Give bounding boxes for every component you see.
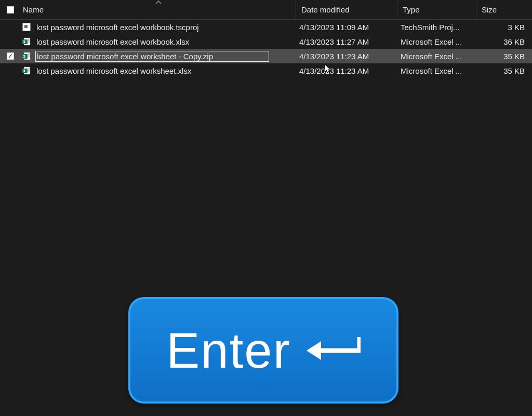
file-size-cell: 35 KB	[474, 49, 532, 63]
file-row[interactable]: ✓lost password microsoft excel worksheet…	[0, 49, 532, 63]
file-name-cell[interactable]: lost password microsoft excel worksheet …	[32, 49, 294, 63]
file-name-cell[interactable]: lost password microsoft excel workbook.x…	[32, 34, 294, 49]
svg-rect-1	[22, 39, 28, 44]
svg-rect-13	[22, 69, 28, 73]
enter-key-overlay: Enter	[128, 297, 398, 404]
row-checkbox[interactable]: ✓	[7, 52, 14, 60]
file-size-cell: 36 KB	[474, 34, 532, 49]
column-header-row: Name Date modified Type Size	[0, 0, 532, 20]
enter-key-label: Enter	[166, 322, 290, 379]
column-header-date[interactable]: Date modified	[296, 0, 397, 19]
file-list: Name Date modified Type Size lost passwo…	[0, 0, 532, 78]
column-header-date-label: Date modified	[301, 5, 350, 14]
svg-rect-7	[22, 54, 28, 59]
file-date-cell: 4/13/2023 11:23 AM	[294, 63, 395, 78]
file-date-cell: 4/13/2023 11:27 AM	[294, 34, 395, 49]
file-row[interactable]: lost password microsoft excel worksheet.…	[0, 63, 532, 78]
file-name-text: lost password microsoft excel workbook.x…	[35, 37, 190, 46]
row-checkbox-cell[interactable]	[0, 34, 21, 49]
file-type-cell: TechSmith Proj...	[395, 20, 474, 34]
file-size-cell: 3 KB	[474, 20, 532, 34]
file-name-text: lost password microsoft excel worksheet.…	[35, 66, 192, 75]
file-type-cell: Microsoft Excel ...	[395, 63, 474, 78]
row-checkbox-cell[interactable]	[0, 20, 21, 34]
select-all-checkbox[interactable]	[7, 6, 14, 14]
tscproj-file-icon	[21, 23, 32, 31]
file-row[interactable]: lost password microsoft excel workbook.t…	[0, 20, 532, 34]
sort-chevron-up-icon	[155, 0, 162, 6]
file-name-text: lost password microsoft excel workbook.t…	[35, 23, 200, 32]
file-date-cell: 4/13/2023 11:09 AM	[294, 20, 395, 34]
column-header-size[interactable]: Size	[476, 0, 532, 19]
row-checkbox-cell[interactable]: ✓	[0, 49, 21, 63]
file-row[interactable]: lost password microsoft excel workbook.x…	[0, 34, 532, 49]
cursor-icon	[324, 64, 331, 76]
excel-file-icon	[21, 37, 32, 46]
column-header-name-label: Name	[23, 5, 44, 14]
enter-arrow-icon	[303, 335, 361, 366]
excel-file-icon	[21, 66, 32, 75]
column-header-name[interactable]: Name	[21, 0, 296, 19]
file-name-text[interactable]: lost password microsoft excel worksheet …	[35, 51, 269, 62]
column-header-checkbox-cell[interactable]	[0, 0, 21, 19]
file-type-cell: Microsoft Excel ...	[395, 49, 474, 63]
row-checkbox-cell[interactable]	[0, 63, 21, 78]
file-date-cell: 4/13/2023 11:23 AM	[294, 49, 395, 63]
file-name-cell[interactable]: lost password microsoft excel workbook.t…	[32, 20, 294, 34]
file-type-cell: Microsoft Excel ...	[395, 34, 474, 49]
column-header-type-label: Type	[403, 5, 420, 14]
file-size-cell: 35 KB	[474, 63, 532, 78]
column-header-size-label: Size	[482, 5, 497, 14]
file-name-cell[interactable]: lost password microsoft excel worksheet.…	[32, 63, 294, 78]
column-header-type[interactable]: Type	[397, 0, 476, 19]
excel-file-icon	[21, 52, 32, 60]
